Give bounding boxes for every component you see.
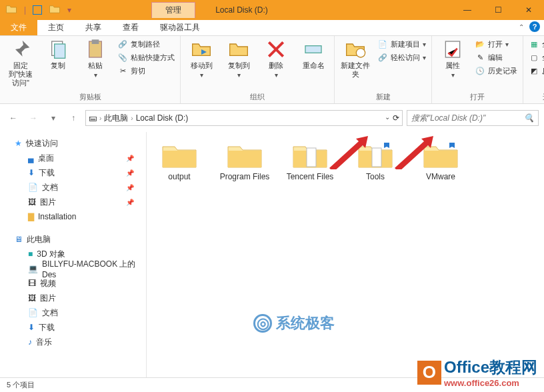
copy-path-button[interactable]: 🔗复制路径 (117, 39, 175, 49)
open-button[interactable]: 📂打开▾ (475, 39, 517, 49)
watermark-logo-icon: ◎ (253, 314, 272, 333)
back-button[interactable]: ← (5, 110, 21, 126)
folder-icon (227, 141, 263, 169)
recent-button[interactable]: ▾ (45, 110, 61, 126)
breadcrumb-thispc[interactable]: 此电脑 (104, 113, 128, 124)
folder-icon (423, 141, 459, 169)
nav-macbook[interactable]: 💻BILLYFU-MACBOOK 上的 Des (0, 261, 146, 276)
copy-to-button[interactable]: 复制到▾ (223, 39, 254, 79)
pin-quick-access-button[interactable]: 固定到"快速访问" (5, 39, 36, 88)
easy-access-icon: 🔗 (377, 52, 388, 63)
svg-point-5 (356, 49, 365, 57)
tab-view[interactable]: 查看 (112, 20, 149, 35)
mac-icon: 💻 (28, 264, 38, 273)
path-dropdown-icon[interactable]: ⌄ (385, 113, 390, 123)
nav-quick-access[interactable]: ★快速访问 (0, 136, 146, 151)
tab-drive-tools[interactable]: 驱动器工具 (149, 20, 211, 35)
pin-icon (10, 39, 31, 60)
nav-desktop[interactable]: ▄桌面📌 (0, 151, 146, 165)
nav-documents[interactable]: 📄文档📌 (0, 180, 146, 195)
new-folder-icon (345, 39, 366, 60)
invert-selection-button[interactable]: ◩反向选择 (529, 65, 544, 76)
nav-installation[interactable]: ▇Installation (0, 209, 146, 224)
svg-rect-8 (372, 148, 381, 167)
group-clipboard-label: 剪贴板 (79, 91, 101, 102)
tab-file[interactable]: 文件 (0, 20, 37, 35)
folder-icon (161, 141, 197, 169)
breadcrumb[interactable]: 🖴 › 此电脑 › Local Disk (D:) ⌄⟳ (85, 110, 403, 126)
download-icon: ⬇ (28, 323, 35, 332)
nav-downloads[interactable]: ⬇下载📌 (0, 165, 146, 180)
search-input[interactable] (411, 113, 524, 123)
path-icon: 🔗 (117, 39, 128, 49)
edit-button[interactable]: ✎编辑 (475, 52, 517, 63)
invert-icon: ◩ (529, 65, 539, 76)
copy-to-icon (228, 39, 249, 60)
tab-share[interactable]: 共享 (75, 20, 112, 35)
nav-pictures2[interactable]: 🖼图片 (0, 291, 146, 305)
folder-vmware[interactable]: VMware (415, 141, 467, 181)
folder-icon: ▇ (28, 212, 34, 221)
music-icon: ♪ (28, 337, 32, 347)
delete-button[interactable]: 删除▾ (261, 39, 291, 79)
content-area[interactable]: output Program Files Tencent Files Tools… (147, 132, 544, 377)
svg-rect-1 (55, 44, 65, 58)
folder-tools[interactable]: Tools (349, 141, 401, 181)
folder-label: Tencent Files (287, 172, 334, 181)
nav-downloads2[interactable]: ⬇下载 (0, 320, 146, 335)
folder-label: VMware (426, 172, 455, 181)
nav-music[interactable]: ♪音乐 (0, 335, 146, 349)
new-folder-button[interactable]: 新建文件夹 (340, 39, 371, 79)
search-icon[interactable]: 🔍 (524, 113, 534, 123)
window-title: Local Disk (D:) (215, 5, 268, 15)
ribbon-tabs: 文件 主页 共享 查看 驱动器工具 ⌃ ? (0, 20, 544, 36)
group-organize: 移动到▾ 复制到▾ 删除▾ 重命名 组织 (181, 36, 335, 103)
contextual-tab-manage[interactable]: 管理 (151, 2, 195, 18)
brand-badge: O Office教程网 www.office26.com (417, 357, 537, 388)
history-button[interactable]: 🕓历史记录 (475, 65, 517, 76)
close-button[interactable]: ✕ (513, 0, 544, 20)
breadcrumb-drive[interactable]: Local Disk (D:) (136, 113, 189, 123)
group-open: 属性▾ 📂打开▾ ✎编辑 🕓历史记录 打开 (432, 36, 523, 103)
nav-videos[interactable]: 🎞视频 (0, 276, 146, 291)
folder-output[interactable]: output (153, 141, 205, 181)
qat-dropdown[interactable]: ▾ (67, 5, 71, 15)
forward-button[interactable]: → (25, 110, 41, 126)
new-item-button[interactable]: 📄新建项目▾ (377, 39, 426, 49)
search-box[interactable]: 🔍 (407, 110, 539, 126)
rename-button[interactable]: 重命名 (298, 39, 329, 70)
minimize-button[interactable]: — (452, 0, 483, 20)
group-clipboard: 固定到"快速访问" 复制 粘贴▾ 🔗复制路径 📎粘贴快捷方式 ✂剪切 剪贴板 (0, 36, 181, 103)
cut-button[interactable]: ✂剪切 (117, 65, 175, 76)
pin-icon: 📌 (126, 199, 134, 206)
nav-documents2[interactable]: 📄文档 (0, 305, 146, 320)
group-select: ▦全部选择 ▢全部取消 ◩反向选择 选择 (523, 36, 544, 103)
refresh-icon[interactable]: ⟳ (393, 113, 399, 123)
nav-this-pc[interactable]: 🖥此电脑 (0, 232, 146, 247)
select-none-button[interactable]: ▢全部取消 (529, 52, 544, 63)
copy-button[interactable]: 复制 (43, 39, 73, 70)
folder-tencent-files[interactable]: Tencent Files (284, 141, 336, 181)
edit-icon: ✎ (475, 52, 485, 63)
paste-shortcut-button[interactable]: 📎粘贴快捷方式 (117, 52, 175, 63)
divider-icon: | (24, 5, 26, 15)
properties-button[interactable]: 属性▾ (437, 39, 468, 79)
checkbox-icon[interactable] (33, 5, 42, 15)
desktop-icon: ▄ (28, 153, 34, 163)
open-icon: 📂 (475, 39, 485, 49)
tab-home[interactable]: 主页 (37, 20, 75, 35)
nav-pictures[interactable]: 🖼图片📌 (0, 195, 146, 209)
paste-button[interactable]: 粘贴▾ (80, 39, 111, 79)
move-to-button[interactable]: 移动到▾ (186, 39, 217, 79)
maximize-button[interactable]: ☐ (483, 0, 513, 20)
select-all-button[interactable]: ▦全部选择 (529, 39, 544, 49)
collapse-ribbon-icon[interactable]: ⌃ (519, 23, 524, 31)
delete-icon (265, 39, 287, 60)
select-none-icon: ▢ (529, 52, 539, 63)
move-icon (191, 39, 212, 60)
svg-rect-4 (305, 46, 321, 53)
help-icon[interactable]: ? (529, 21, 540, 32)
folder-program-files[interactable]: Program Files (219, 141, 271, 181)
easy-access-button[interactable]: 🔗轻松访问▾ (377, 52, 426, 63)
up-button[interactable]: ↑ (65, 110, 81, 126)
